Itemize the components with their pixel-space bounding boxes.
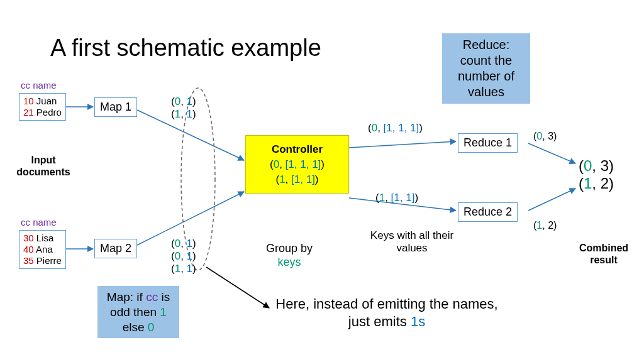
svg-line-9 (528, 189, 575, 211)
doc1: 10 Juan 21 Pedro (19, 93, 66, 121)
doc2-header: cc name (21, 217, 57, 228)
out-to-reduce1: (0, [1, 1, 1]) (368, 122, 423, 134)
doc2: 30 Lisa 40 Ana 35 Pierre (19, 230, 66, 269)
combined-result-label: Combined result (572, 242, 635, 266)
svg-line-6 (349, 141, 456, 148)
reduce-description: Reduce: count the number of values (442, 33, 530, 104)
doc1-header: cc name (21, 80, 57, 91)
input-documents-label: Input documents (12, 154, 75, 178)
footer-note: Here, instead of emitting the names, jus… (270, 295, 503, 330)
svg-line-5 (206, 267, 269, 308)
svg-line-8 (528, 143, 575, 163)
reduce2-output: (1, 2) (533, 220, 557, 231)
map1-box: Map 1 (94, 97, 137, 117)
page-title: A first schematic example (50, 35, 321, 62)
map-rule: Map: if cc is odd then 1 else 0 (97, 286, 179, 338)
map2-box: Map 2 (94, 239, 137, 258)
keys-values-label: Keys with all their values (368, 229, 456, 255)
reduce1-box: Reduce 1 (458, 133, 518, 153)
map1-output: (0, 1) (1, 1) (171, 96, 196, 121)
reduce2-box: Reduce 2 (458, 202, 518, 222)
groupby-label: Group bykeys (252, 242, 327, 269)
out-to-reduce2: (1, [1, 1]) (375, 192, 418, 204)
final-output: (0, 3) (1, 2) (579, 157, 614, 192)
reduce1-output: (0, 3) (533, 131, 557, 142)
controller-box: Controller (0, [1, 1, 1]) (1, [1, 1]) (245, 135, 349, 194)
map2-output: (0, 1) (0, 1) (1, 1) (171, 238, 196, 275)
